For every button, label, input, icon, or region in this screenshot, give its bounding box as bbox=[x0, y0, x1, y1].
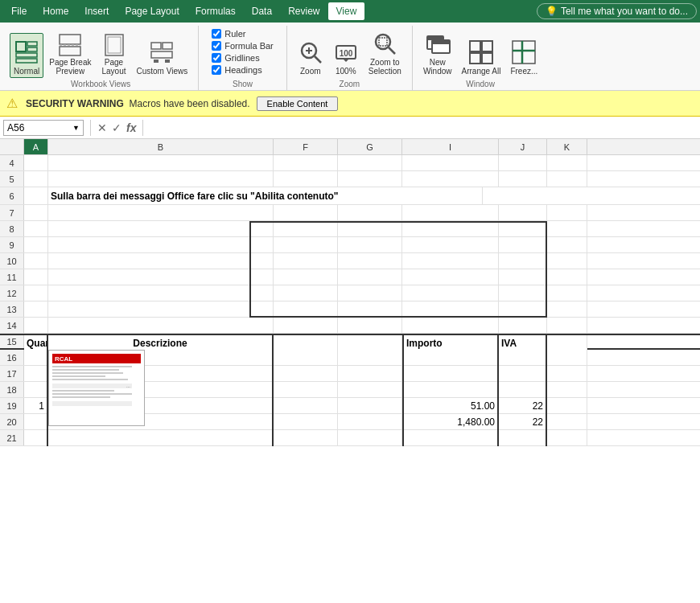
cell-b7[interactable] bbox=[48, 205, 274, 221]
cell-g7[interactable] bbox=[338, 205, 402, 221]
menu-review[interactable]: Review bbox=[280, 2, 327, 20]
cell-k12[interactable] bbox=[547, 285, 587, 302]
cell-a10[interactable] bbox=[24, 253, 48, 269]
cell-b14[interactable] bbox=[48, 318, 274, 334]
cell-j18[interactable] bbox=[499, 382, 547, 398]
cell-f14[interactable] bbox=[274, 318, 338, 334]
menu-formulas[interactable]: Formulas bbox=[187, 2, 244, 20]
cell-a12[interactable] bbox=[24, 285, 48, 302]
cell-g18[interactable] bbox=[338, 382, 402, 398]
cell-k10[interactable] bbox=[547, 253, 587, 269]
menu-data[interactable]: Data bbox=[244, 2, 280, 20]
col-header-g[interactable]: G bbox=[338, 139, 402, 154]
cell-b5[interactable] bbox=[48, 171, 274, 187]
ruler-checkbox[interactable] bbox=[212, 29, 221, 39]
cell-f20[interactable] bbox=[274, 414, 338, 430]
cell-j16[interactable] bbox=[499, 350, 547, 366]
cell-b6[interactable]: Sulla barra dei messaggi Office fare cli… bbox=[48, 187, 483, 204]
cell-i5[interactable] bbox=[402, 171, 499, 187]
cell-j14[interactable] bbox=[499, 318, 547, 334]
formula-input[interactable] bbox=[150, 120, 697, 136]
cell-a20[interactable] bbox=[24, 414, 48, 430]
menu-file[interactable]: File bbox=[3, 2, 35, 20]
col-header-i[interactable]: I bbox=[402, 139, 499, 154]
cancel-formula-icon[interactable]: ✕ bbox=[97, 121, 107, 134]
cell-a19[interactable]: 1 bbox=[24, 398, 48, 414]
cell-k17[interactable] bbox=[547, 366, 587, 382]
cell-g20[interactable] bbox=[338, 414, 402, 430]
cell-k4[interactable] bbox=[547, 155, 587, 171]
cell-i13[interactable] bbox=[402, 302, 499, 318]
cell-f4[interactable] bbox=[274, 155, 338, 171]
gridlines-checkbox[interactable] bbox=[212, 53, 221, 63]
cell-b9[interactable] bbox=[48, 237, 274, 253]
menu-page-layout[interactable]: Page Layout bbox=[117, 2, 187, 20]
cell-j10[interactable] bbox=[499, 253, 547, 269]
cell-k19[interactable] bbox=[547, 398, 587, 414]
cell-a17[interactable] bbox=[24, 366, 48, 382]
cell-i12[interactable] bbox=[402, 285, 499, 302]
freeze-panes-btn[interactable]: Freez... bbox=[506, 33, 541, 78]
cell-k16[interactable] bbox=[547, 350, 587, 366]
cell-f9[interactable] bbox=[274, 237, 338, 253]
cell-i15[interactable]: Importo bbox=[402, 335, 499, 351]
page-break-btn[interactable]: Page BreakPreview bbox=[45, 33, 95, 78]
formula-bar-checkbox[interactable] bbox=[212, 41, 221, 51]
page-layout-btn[interactable]: PageLayout bbox=[97, 33, 131, 78]
cell-j20[interactable]: 22 bbox=[499, 414, 547, 430]
cell-a8[interactable] bbox=[24, 221, 48, 237]
cell-i9[interactable] bbox=[402, 237, 499, 253]
arrange-all-btn[interactable]: Arrange All bbox=[457, 33, 504, 78]
cell-g15[interactable] bbox=[338, 335, 402, 351]
cell-b12[interactable] bbox=[48, 285, 274, 302]
cell-b10[interactable] bbox=[48, 253, 274, 269]
tell-me-box[interactable]: 💡 Tell me what you want to do... bbox=[537, 3, 697, 19]
custom-views-btn[interactable]: Custom Views bbox=[133, 33, 192, 78]
cell-f11[interactable] bbox=[274, 269, 338, 285]
cell-a9[interactable] bbox=[24, 237, 48, 253]
cell-j11[interactable] bbox=[499, 269, 547, 285]
cell-k9[interactable] bbox=[547, 237, 587, 253]
col-header-k[interactable]: K bbox=[547, 139, 587, 154]
cell-g19[interactable] bbox=[338, 398, 402, 414]
cell-f21[interactable] bbox=[274, 430, 338, 446]
cell-a4[interactable] bbox=[24, 155, 48, 171]
cell-a18[interactable] bbox=[24, 382, 48, 398]
cell-a7[interactable] bbox=[24, 205, 48, 221]
cell-k20[interactable] bbox=[547, 414, 587, 430]
cell-f16[interactable] bbox=[274, 350, 338, 366]
cell-a6[interactable] bbox=[24, 187, 48, 204]
cell-j8[interactable] bbox=[499, 221, 547, 237]
enable-content-button[interactable]: Enable Content bbox=[257, 96, 339, 111]
cell-j19[interactable]: 22 bbox=[499, 398, 547, 414]
cell-k18[interactable] bbox=[547, 382, 587, 398]
cell-g12[interactable] bbox=[338, 285, 402, 302]
cell-b11[interactable] bbox=[48, 269, 274, 285]
cell-j7[interactable] bbox=[499, 205, 547, 221]
cell-i7[interactable] bbox=[402, 205, 499, 221]
cell-f18[interactable] bbox=[274, 382, 338, 398]
cell-g5[interactable] bbox=[338, 171, 402, 187]
fx-icon[interactable]: fx bbox=[126, 121, 136, 134]
cell-i16[interactable] bbox=[402, 350, 499, 366]
cell-i19[interactable]: 51.00 bbox=[402, 398, 499, 414]
cell-g16[interactable] bbox=[338, 350, 402, 366]
zoom-btn[interactable]: Zoom bbox=[294, 33, 327, 78]
cell-g8[interactable] bbox=[338, 221, 402, 237]
new-window-btn[interactable]: NewWindow bbox=[419, 33, 456, 78]
cell-f8[interactable] bbox=[274, 221, 338, 237]
cell-k11[interactable] bbox=[547, 269, 587, 285]
cell-g4[interactable] bbox=[338, 155, 402, 171]
cell-g17[interactable] bbox=[338, 366, 402, 382]
cell-i11[interactable] bbox=[402, 269, 499, 285]
cell-f19[interactable] bbox=[274, 398, 338, 414]
cell-k15[interactable] bbox=[547, 335, 587, 351]
cell-i18[interactable] bbox=[402, 382, 499, 398]
cell-i21[interactable] bbox=[402, 430, 499, 446]
cell-g13[interactable] bbox=[338, 302, 402, 318]
cell-g21[interactable] bbox=[338, 430, 402, 446]
cell-a5[interactable] bbox=[24, 171, 48, 187]
normal-view-btn[interactable]: Normal bbox=[10, 33, 43, 78]
col-header-a[interactable]: A bbox=[24, 139, 48, 154]
cell-b15[interactable]: Descrizione bbox=[48, 335, 274, 351]
